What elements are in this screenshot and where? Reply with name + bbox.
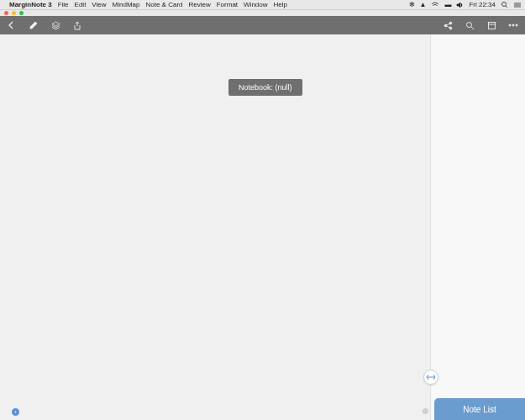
toolbar-left: [7, 20, 82, 30]
input-icon[interactable]: ▬: [444, 1, 451, 8]
control-center-icon[interactable]: [513, 2, 522, 8]
svg-point-6: [449, 22, 452, 24]
divider-dot: [423, 408, 428, 414]
svg-point-7: [449, 27, 452, 29]
canvas-area[interactable]: Notebook: (null): [0, 34, 430, 420]
menu-note-card[interactable]: Note & Card: [145, 1, 182, 8]
svg-rect-12: [488, 22, 495, 29]
svg-line-11: [471, 27, 474, 29]
minimize-window-button[interactable]: [12, 11, 16, 15]
system-menubar: MarginNote 3 File Edit View MindMap Note…: [0, 0, 525, 10]
menu-help[interactable]: Help: [274, 1, 287, 8]
notebook-tooltip: Notebook: (null): [228, 79, 302, 96]
svg-point-0: [502, 3, 507, 7]
svg-point-10: [466, 22, 471, 27]
volume-icon[interactable]: [456, 2, 464, 8]
svg-line-1: [506, 6, 507, 8]
menu-view[interactable]: View: [92, 1, 106, 8]
window-controls: [0, 10, 525, 16]
layers-icon[interactable]: [50, 20, 60, 30]
note-list-button[interactable]: Note List: [434, 398, 525, 420]
right-sidebar: Note List: [430, 34, 525, 420]
svg-point-14: [509, 24, 511, 26]
svg-point-5: [444, 24, 447, 27]
wifi-icon[interactable]: [431, 2, 439, 8]
toolbar-right: [443, 20, 518, 30]
search-icon[interactable]: [465, 20, 475, 30]
panel-icon[interactable]: [486, 20, 496, 30]
svg-point-16: [516, 24, 517, 26]
app-toolbar: [0, 16, 525, 34]
menubar-left: MarginNote 3 File Edit View MindMap Note…: [3, 1, 287, 8]
bluetooth-icon[interactable]: ▲: [420, 1, 427, 8]
more-icon[interactable]: [508, 20, 518, 30]
menu-edit[interactable]: Edit: [75, 1, 87, 8]
menu-window[interactable]: Window: [244, 1, 267, 8]
menu-mindmap[interactable]: MindMap: [113, 1, 140, 8]
menubar-right: ✻ ▲ ▬ Fri 22:34: [409, 1, 522, 8]
tooltip-text: Notebook: (null): [239, 83, 292, 92]
share-icon[interactable]: [72, 20, 82, 30]
menu-review[interactable]: Review: [189, 1, 211, 8]
svg-line-8: [446, 24, 449, 25]
main-area: Notebook: (null) Note List: [0, 34, 525, 420]
clock[interactable]: Fri 22:34: [469, 1, 496, 8]
note-list-label: Note List: [463, 405, 496, 414]
menu-format[interactable]: Format: [217, 1, 238, 8]
app-name[interactable]: MarginNote 3: [9, 1, 52, 8]
share-network-icon[interactable]: [443, 20, 453, 30]
close-window-button[interactable]: [4, 11, 8, 15]
svg-point-15: [512, 24, 514, 26]
resize-handle[interactable]: [423, 370, 438, 385]
spotlight-icon[interactable]: [501, 1, 508, 8]
back-icon[interactable]: [7, 20, 17, 30]
zoom-window-button[interactable]: [19, 11, 24, 15]
edit-icon[interactable]: [29, 20, 39, 30]
menu-file[interactable]: File: [58, 1, 69, 8]
svg-line-9: [446, 26, 449, 28]
status-icon-1[interactable]: ✻: [409, 1, 415, 8]
info-button[interactable]: [12, 408, 19, 416]
